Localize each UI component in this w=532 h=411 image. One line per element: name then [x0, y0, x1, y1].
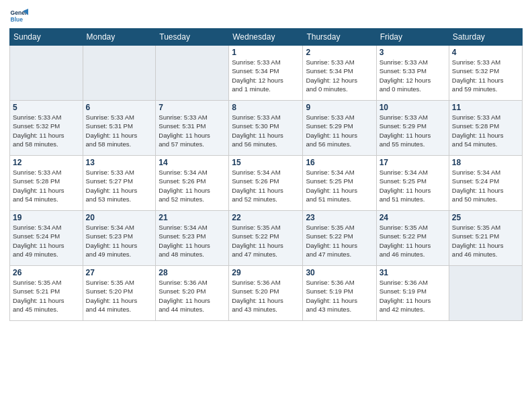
day-cell-30: 30Sunrise: 5:36 AM Sunset: 5:19 PM Dayli… [303, 266, 376, 321]
empty-cell [449, 266, 522, 321]
day-info: Sunrise: 5:34 AM Sunset: 5:24 PM Dayligh… [452, 168, 519, 203]
empty-cell [83, 46, 156, 101]
day-info: Sunrise: 5:33 AM Sunset: 5:31 PM Dayligh… [86, 113, 153, 148]
day-cell-12: 12Sunrise: 5:33 AM Sunset: 5:28 PM Dayli… [10, 156, 83, 211]
day-cell-18: 18Sunrise: 5:34 AM Sunset: 5:24 PM Dayli… [449, 156, 522, 211]
day-number: 14 [159, 158, 226, 167]
week-row-2: 12Sunrise: 5:33 AM Sunset: 5:28 PM Dayli… [10, 156, 523, 211]
calendar-table: SundayMondayTuesdayWednesdayThursdayFrid… [9, 28, 523, 321]
day-number: 13 [86, 158, 153, 167]
day-number: 12 [13, 158, 80, 167]
day-number: 27 [86, 268, 153, 277]
week-row-3: 19Sunrise: 5:34 AM Sunset: 5:24 PM Dayli… [10, 211, 523, 266]
day-header-monday: Monday [83, 29, 156, 46]
day-number: 4 [452, 48, 519, 57]
day-number: 1 [232, 48, 300, 57]
day-header-friday: Friday [376, 29, 449, 46]
day-number: 28 [159, 268, 226, 277]
day-header-saturday: Saturday [449, 29, 522, 46]
day-info: Sunrise: 5:33 AM Sunset: 5:27 PM Dayligh… [86, 168, 153, 203]
logo-icon: General Blue [9, 7, 28, 26]
day-number: 3 [380, 48, 446, 57]
day-cell-23: 23Sunrise: 5:35 AM Sunset: 5:22 PM Dayli… [303, 211, 376, 266]
day-cell-28: 28Sunrise: 5:36 AM Sunset: 5:20 PM Dayli… [156, 266, 229, 321]
day-number: 29 [232, 268, 300, 277]
day-cell-11: 11Sunrise: 5:33 AM Sunset: 5:28 PM Dayli… [449, 101, 522, 156]
day-info: Sunrise: 5:36 AM Sunset: 5:20 PM Dayligh… [232, 278, 300, 314]
day-info: Sunrise: 5:33 AM Sunset: 5:34 PM Dayligh… [306, 58, 373, 93]
day-number: 9 [306, 103, 373, 112]
day-cell-13: 13Sunrise: 5:33 AM Sunset: 5:27 PM Dayli… [83, 156, 156, 211]
day-info: Sunrise: 5:34 AM Sunset: 5:23 PM Dayligh… [86, 223, 153, 259]
day-number: 20 [86, 213, 153, 222]
day-cell-22: 22Sunrise: 5:35 AM Sunset: 5:22 PM Dayli… [229, 211, 303, 266]
header: General Blue [9, 7, 523, 26]
day-number: 24 [380, 213, 446, 222]
empty-cell [156, 46, 229, 101]
day-info: Sunrise: 5:33 AM Sunset: 5:34 PM Dayligh… [232, 58, 300, 93]
day-cell-9: 9Sunrise: 5:33 AM Sunset: 5:29 PM Daylig… [303, 101, 376, 156]
day-header-sunday: Sunday [10, 29, 83, 46]
day-header-wednesday: Wednesday [229, 29, 303, 46]
week-row-4: 26Sunrise: 5:35 AM Sunset: 5:21 PM Dayli… [10, 266, 523, 321]
day-number: 10 [380, 103, 446, 112]
day-info: Sunrise: 5:33 AM Sunset: 5:32 PM Dayligh… [13, 113, 80, 148]
day-number: 30 [306, 268, 373, 277]
day-info: Sunrise: 5:33 AM Sunset: 5:29 PM Dayligh… [380, 113, 446, 148]
day-number: 11 [452, 103, 519, 112]
day-cell-6: 6Sunrise: 5:33 AM Sunset: 5:31 PM Daylig… [83, 101, 156, 156]
week-row-1: 5Sunrise: 5:33 AM Sunset: 5:32 PM Daylig… [10, 101, 523, 156]
day-info: Sunrise: 5:35 AM Sunset: 5:20 PM Dayligh… [86, 278, 153, 314]
day-number: 23 [306, 213, 373, 222]
day-cell-3: 3Sunrise: 5:33 AM Sunset: 5:33 PM Daylig… [376, 46, 449, 101]
day-info: Sunrise: 5:33 AM Sunset: 5:31 PM Dayligh… [159, 113, 226, 148]
day-number: 17 [380, 158, 446, 167]
day-cell-19: 19Sunrise: 5:34 AM Sunset: 5:24 PM Dayli… [10, 211, 83, 266]
day-cell-29: 29Sunrise: 5:36 AM Sunset: 5:20 PM Dayli… [229, 266, 303, 321]
day-header-tuesday: Tuesday [156, 29, 229, 46]
day-info: Sunrise: 5:34 AM Sunset: 5:26 PM Dayligh… [159, 168, 226, 203]
day-info: Sunrise: 5:35 AM Sunset: 5:21 PM Dayligh… [13, 278, 80, 314]
day-cell-15: 15Sunrise: 5:34 AM Sunset: 5:26 PM Dayli… [229, 156, 303, 211]
day-info: Sunrise: 5:33 AM Sunset: 5:28 PM Dayligh… [13, 168, 80, 203]
day-info: Sunrise: 5:33 AM Sunset: 5:29 PM Dayligh… [306, 113, 373, 148]
day-cell-14: 14Sunrise: 5:34 AM Sunset: 5:26 PM Dayli… [156, 156, 229, 211]
day-cell-24: 24Sunrise: 5:35 AM Sunset: 5:22 PM Dayli… [376, 211, 449, 266]
day-info: Sunrise: 5:34 AM Sunset: 5:25 PM Dayligh… [380, 168, 446, 203]
day-info: Sunrise: 5:36 AM Sunset: 5:19 PM Dayligh… [380, 278, 446, 314]
day-info: Sunrise: 5:33 AM Sunset: 5:33 PM Dayligh… [380, 58, 446, 93]
day-info: Sunrise: 5:35 AM Sunset: 5:21 PM Dayligh… [452, 223, 519, 259]
day-info: Sunrise: 5:35 AM Sunset: 5:22 PM Dayligh… [232, 223, 300, 259]
day-header-thursday: Thursday [303, 29, 376, 46]
day-info: Sunrise: 5:36 AM Sunset: 5:20 PM Dayligh… [159, 278, 226, 314]
page-container: General Blue SundayMondayTuesdayWednesda… [0, 0, 532, 328]
day-cell-8: 8Sunrise: 5:33 AM Sunset: 5:30 PM Daylig… [229, 101, 303, 156]
day-number: 6 [86, 103, 153, 112]
day-cell-10: 10Sunrise: 5:33 AM Sunset: 5:29 PM Dayli… [376, 101, 449, 156]
day-number: 25 [452, 213, 519, 222]
day-info: Sunrise: 5:34 AM Sunset: 5:26 PM Dayligh… [232, 168, 300, 203]
week-row-0: 1Sunrise: 5:33 AM Sunset: 5:34 PM Daylig… [10, 46, 523, 101]
day-info: Sunrise: 5:36 AM Sunset: 5:19 PM Dayligh… [306, 278, 373, 314]
logo: General Blue [9, 7, 28, 26]
day-info: Sunrise: 5:33 AM Sunset: 5:32 PM Dayligh… [452, 58, 519, 93]
calendar-body: 1Sunrise: 5:33 AM Sunset: 5:34 PM Daylig… [10, 46, 523, 321]
day-info: Sunrise: 5:34 AM Sunset: 5:25 PM Dayligh… [306, 168, 373, 203]
day-cell-25: 25Sunrise: 5:35 AM Sunset: 5:21 PM Dayli… [449, 211, 522, 266]
day-number: 18 [452, 158, 519, 167]
day-cell-7: 7Sunrise: 5:33 AM Sunset: 5:31 PM Daylig… [156, 101, 229, 156]
day-number: 21 [159, 213, 226, 222]
day-number: 8 [232, 103, 300, 112]
day-info: Sunrise: 5:33 AM Sunset: 5:30 PM Dayligh… [232, 113, 300, 148]
day-info: Sunrise: 5:34 AM Sunset: 5:23 PM Dayligh… [159, 223, 226, 259]
day-cell-17: 17Sunrise: 5:34 AM Sunset: 5:25 PM Dayli… [376, 156, 449, 211]
day-info: Sunrise: 5:34 AM Sunset: 5:24 PM Dayligh… [13, 223, 80, 259]
day-cell-5: 5Sunrise: 5:33 AM Sunset: 5:32 PM Daylig… [10, 101, 83, 156]
day-number: 7 [159, 103, 226, 112]
day-cell-21: 21Sunrise: 5:34 AM Sunset: 5:23 PM Dayli… [156, 211, 229, 266]
day-cell-16: 16Sunrise: 5:34 AM Sunset: 5:25 PM Dayli… [303, 156, 376, 211]
day-cell-4: 4Sunrise: 5:33 AM Sunset: 5:32 PM Daylig… [449, 46, 522, 101]
day-info: Sunrise: 5:35 AM Sunset: 5:22 PM Dayligh… [380, 223, 446, 259]
svg-text:Blue: Blue [11, 16, 24, 23]
day-number: 2 [306, 48, 373, 57]
